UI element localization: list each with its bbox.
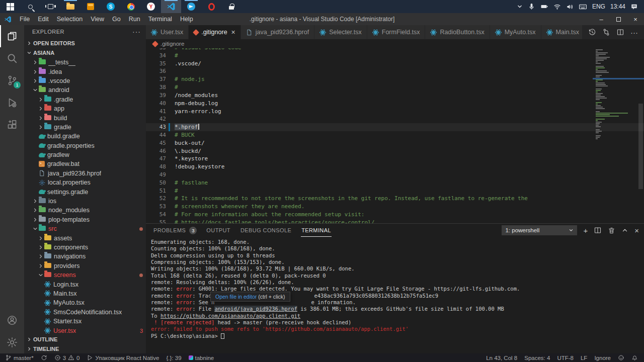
tree-item-assets[interactable]: assets	[24, 233, 146, 242]
close-button[interactable]: ×	[627, 13, 644, 25]
tree-item-build[interactable]: build	[24, 113, 146, 122]
encoding-status[interactable]: UTF-8	[557, 355, 574, 361]
tab-FormField.tsx[interactable]: FormField.tsx	[367, 25, 426, 39]
feedback-smiley-icon[interactable]	[618, 354, 624, 361]
action-center-icon[interactable]	[630, 3, 638, 11]
taskbar-app-task-view[interactable]	[40, 0, 60, 13]
menu-help[interactable]: Help	[176, 13, 197, 25]
code-line-47[interactable]: 47*.keystore	[146, 155, 644, 163]
code-line-35[interactable]: 35.vscode/	[146, 60, 644, 68]
code-line-48[interactable]: 48!debug.keystore	[146, 163, 644, 171]
tree-item-android[interactable]: android	[24, 85, 146, 95]
extensions-activity-icon[interactable]	[0, 114, 24, 136]
timeline-section[interactable]: TIMELINE	[24, 344, 146, 353]
menu-view[interactable]: View	[87, 13, 108, 25]
maximize-panel-chevron-icon[interactable]	[621, 227, 628, 234]
minimap[interactable]	[596, 49, 636, 223]
taskbar-app-lock-app[interactable]	[221, 0, 242, 13]
language-indicator[interactable]: ENG	[592, 3, 605, 10]
code-line-41[interactable]: 41yarn-error.log	[146, 108, 644, 116]
tabnine-status[interactable]: tabnine	[189, 355, 214, 361]
tree-item-settings.gradle[interactable]: settings.gradle	[24, 187, 146, 196]
terminal[interactable]: Enumerating objects: 168, done.Counting …	[146, 237, 644, 353]
wifi-icon[interactable]	[553, 3, 561, 11]
code-line-52[interactable]: 52# It is recommended to not store the s…	[146, 195, 644, 203]
code-line-46[interactable]: 46\.buckd/	[146, 147, 644, 155]
tree-item-Login.tsx[interactable]: Login.tsx	[24, 280, 146, 289]
code-line-38[interactable]: 38#	[146, 83, 644, 92]
editor-scrollbar[interactable]	[638, 104, 643, 189]
code-line-37[interactable]: 37# node.js	[146, 75, 644, 83]
tab-java_pid9236.hprof[interactable]: java_pid9236.hprof	[241, 25, 314, 39]
settings-gear-icon[interactable]	[0, 331, 24, 353]
sync-icon[interactable]	[41, 354, 47, 361]
close-panel-icon[interactable]: ×	[634, 226, 639, 235]
new-terminal-icon[interactable]: +	[583, 226, 588, 235]
tree-item-gradlew.bat[interactable]: gradlew.bat	[24, 159, 146, 168]
run-debug-activity-icon[interactable]	[0, 92, 24, 114]
explorer-activity-icon[interactable]	[0, 25, 24, 47]
tree-item-java_pid9236.hprof[interactable]: java_pid9236.hprof	[24, 169, 146, 178]
code-line-40[interactable]: 40npm-debug.log	[146, 100, 644, 108]
split-terminal-icon[interactable]	[594, 226, 602, 234]
taskbar-app-skype[interactable]: S	[101, 0, 121, 13]
code-line-33[interactable]: 33# Visual Studio Code	[146, 48, 644, 52]
kill-terminal-trash-icon[interactable]	[608, 227, 615, 234]
battery-icon[interactable]	[540, 3, 548, 11]
minimize-button[interactable]: –	[593, 13, 610, 25]
code-line-49[interactable]: 49	[146, 171, 644, 179]
compare-changes-icon[interactable]	[602, 28, 610, 36]
tab-Selecter.tsx[interactable]: Selecter.tsx	[314, 25, 367, 39]
indentation-status[interactable]: Spaces: 4	[524, 355, 550, 361]
menu-terminal[interactable]: Terminal	[144, 13, 176, 25]
source-control-activity-icon[interactable]: 1	[0, 69, 24, 92]
tree-item-Starter.tsx[interactable]: Starter.tsx	[24, 317, 146, 326]
taskbar-app-orange-app[interactable]	[80, 0, 101, 13]
tree-item-src[interactable]: src	[24, 224, 146, 233]
taskbar-app-yandex-browser[interactable]: Y	[141, 0, 161, 13]
tree-item-screens[interactable]: screens	[24, 270, 146, 280]
code-line-53[interactable]: 53# screenshots whenever they are needed…	[146, 203, 644, 211]
tree-item-providers[interactable]: providers	[24, 261, 146, 270]
tree-item-navigations[interactable]: navigations	[24, 252, 146, 261]
menu-edit[interactable]: Edit	[34, 13, 53, 25]
language-mode-status[interactable]: Ignore	[594, 355, 611, 361]
taskbar-app-search[interactable]	[20, 0, 40, 13]
code-line-34[interactable]: 34#	[146, 52, 644, 60]
open-editors-section[interactable]: OPEN EDITORS	[24, 38, 146, 48]
code-line-51[interactable]: 51#	[146, 187, 644, 195]
tree-item-gradle.properties[interactable]: gradle.properties	[24, 141, 146, 150]
tree-item-local.properties[interactable]: local.properties	[24, 178, 146, 187]
outline-section[interactable]: OUTLINE	[24, 334, 146, 344]
terminal-link[interactable]: https://github.com/asianaauto/app.client…	[160, 313, 300, 319]
tab-Main.tsx[interactable]: Main.tsx	[541, 25, 582, 39]
tree-item-components[interactable]: components	[24, 243, 146, 252]
menu-go[interactable]: Go	[108, 13, 125, 25]
taskbar-app-opera[interactable]	[201, 0, 221, 13]
menu-run[interactable]: Run	[125, 13, 144, 25]
breadcrumb[interactable]: .gitignore	[146, 39, 644, 48]
tree-item-gradlew[interactable]: gradlew	[24, 150, 146, 159]
taskbar-app-chrome[interactable]	[121, 0, 141, 13]
account-icon[interactable]	[0, 309, 24, 331]
microphone-icon[interactable]	[528, 3, 535, 11]
taskbar-app-vscode[interactable]	[161, 0, 181, 13]
tree-item-build.gradle[interactable]: build.gradle	[24, 132, 146, 141]
open-file-link[interactable]: Open file in editor	[215, 294, 257, 300]
tree-item-node_modules[interactable]: node_modules	[24, 206, 146, 215]
code-line-39[interactable]: 39/node_modules	[146, 92, 644, 100]
code-line-55[interactable]: 55# https://docs.fastlane.tools/best-pra…	[146, 219, 644, 223]
more-actions-icon[interactable]: ···	[630, 28, 638, 37]
tab-MyAuto.tsx[interactable]: MyAuto.tsx	[490, 25, 541, 39]
tree-item-SmsCodeNotification.tsx[interactable]: SmsCodeNotification.tsx	[24, 308, 146, 317]
tree-item-__tests__[interactable]: __tests__	[24, 58, 146, 67]
notifications-bell-icon[interactable]	[631, 354, 638, 361]
maximize-button[interactable]	[610, 13, 627, 25]
taskbar-app-telegram[interactable]	[181, 0, 201, 13]
terminal-link[interactable]: android/java_pid9236.hprof	[214, 306, 297, 312]
tree-item-Main.tsx[interactable]: Main.tsx	[24, 289, 146, 298]
tree-item-gradle[interactable]: gradle	[24, 123, 146, 132]
code-line-42[interactable]: 42	[146, 115, 644, 123]
eol-status[interactable]: LF	[581, 355, 587, 361]
code-line-45[interactable]: 45buck-out/	[146, 139, 644, 147]
